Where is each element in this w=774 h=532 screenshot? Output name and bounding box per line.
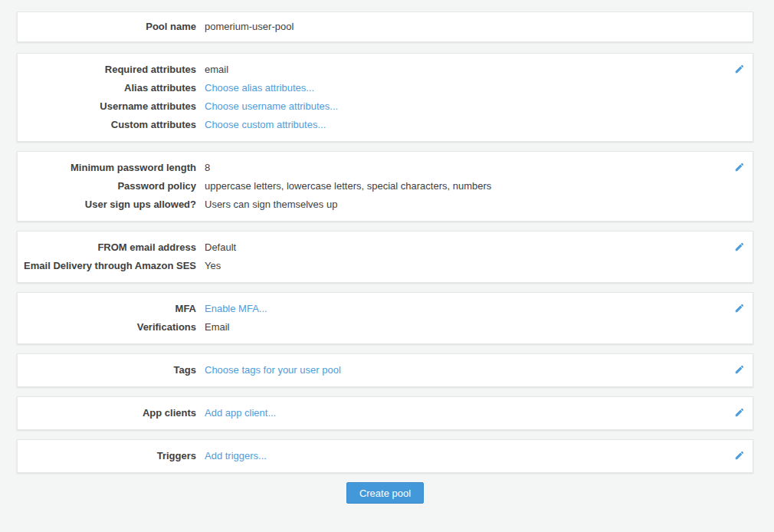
verifications-row: Verifications Email bbox=[18, 318, 753, 337]
password-policy-row: Password policy uppercase letters, lower… bbox=[18, 177, 753, 195]
email-card: FROM email address Default Email Deliver… bbox=[17, 231, 753, 283]
field-value: Email bbox=[205, 318, 230, 337]
field-label: Custom attributes bbox=[18, 116, 196, 134]
pencil-icon bbox=[734, 450, 745, 461]
user-sign-ups-row: User sign ups allowed? Users can sign th… bbox=[18, 195, 753, 214]
pool-name-row: Pool name pomerium-user-pool bbox=[18, 18, 753, 36]
field-label: Triggers bbox=[18, 447, 196, 465]
field-label: Alias attributes bbox=[18, 79, 196, 97]
edit-triggers-button[interactable] bbox=[730, 446, 749, 465]
tags-card: Tags Choose tags for your user pool bbox=[17, 353, 753, 387]
alias-attributes-row: Alias attributes Choose alias attributes… bbox=[18, 79, 753, 97]
email-delivery-ses-row: Email Delivery through Amazon SES Yes bbox=[18, 257, 753, 275]
field-value: pomerium-user-pool bbox=[205, 18, 294, 36]
triggers-card: Triggers Add triggers... bbox=[17, 439, 753, 473]
mfa-verifications-card: MFA Enable MFA... Verifications Email bbox=[17, 292, 753, 344]
required-attributes-row: Required attributes email bbox=[18, 61, 753, 79]
choose-alias-attributes-link[interactable]: Choose alias attributes... bbox=[205, 79, 314, 97]
field-label: Email Delivery through Amazon SES bbox=[18, 257, 196, 275]
app-clients-row: App clients Add app client... bbox=[18, 404, 753, 422]
pencil-icon bbox=[734, 64, 745, 74]
attributes-card: Required attributes email Alias attribut… bbox=[17, 53, 753, 142]
from-email-address-row: FROM email address Default bbox=[18, 238, 753, 257]
field-label: Username attributes bbox=[18, 97, 196, 116]
enable-mfa-link[interactable]: Enable MFA... bbox=[205, 300, 267, 318]
pencil-icon bbox=[734, 303, 745, 314]
custom-attributes-row: Custom attributes Choose custom attribut… bbox=[18, 116, 753, 134]
field-value: Users can sign themselves up bbox=[205, 195, 337, 214]
field-value: 8 bbox=[205, 159, 210, 177]
edit-password-policy-button[interactable] bbox=[730, 158, 749, 176]
add-triggers-link[interactable]: Add triggers... bbox=[205, 447, 267, 465]
username-attributes-row: Username attributes Choose username attr… bbox=[18, 97, 753, 116]
pencil-icon bbox=[734, 407, 745, 418]
field-label: Pool name bbox=[18, 18, 196, 36]
field-value: uppercase letters, lowercase letters, sp… bbox=[205, 177, 491, 195]
choose-username-attributes-link[interactable]: Choose username attributes... bbox=[205, 97, 338, 116]
field-label: Password policy bbox=[18, 177, 196, 195]
field-value: email bbox=[205, 61, 228, 79]
choose-custom-attributes-link[interactable]: Choose custom attributes... bbox=[205, 116, 326, 134]
actions-bar: Create pool bbox=[17, 482, 753, 504]
field-label: Verifications bbox=[18, 318, 196, 337]
field-label: MFA bbox=[18, 300, 196, 318]
add-app-client-link[interactable]: Add app client... bbox=[205, 404, 276, 422]
edit-email-button[interactable] bbox=[730, 238, 749, 256]
field-label: FROM email address bbox=[18, 238, 196, 257]
field-value: Default bbox=[205, 238, 236, 257]
field-label: User sign ups allowed? bbox=[18, 195, 196, 214]
edit-tags-button[interactable] bbox=[730, 360, 749, 379]
field-value: Yes bbox=[205, 257, 221, 275]
review-panel: Pool name pomerium-user-pool Required at… bbox=[0, 0, 774, 504]
app-clients-card: App clients Add app client... bbox=[17, 396, 753, 430]
pencil-icon bbox=[734, 162, 745, 172]
edit-app-clients-button[interactable] bbox=[730, 403, 749, 422]
triggers-row: Triggers Add triggers... bbox=[18, 447, 753, 465]
pencil-icon bbox=[734, 364, 745, 375]
edit-mfa-button[interactable] bbox=[730, 299, 749, 317]
tags-row: Tags Choose tags for your user pool bbox=[18, 361, 753, 379]
pool-name-card: Pool name pomerium-user-pool bbox=[17, 11, 753, 42]
create-pool-button[interactable]: Create pool bbox=[346, 482, 424, 504]
mfa-row: MFA Enable MFA... bbox=[18, 300, 753, 318]
minimum-password-length-row: Minimum password length 8 bbox=[18, 159, 753, 177]
edit-attributes-button[interactable] bbox=[730, 60, 749, 78]
field-label: App clients bbox=[18, 404, 196, 422]
field-label: Tags bbox=[18, 361, 196, 379]
pencil-icon bbox=[734, 241, 745, 252]
password-policy-card: Minimum password length 8 Password polic… bbox=[17, 151, 753, 222]
field-label: Required attributes bbox=[18, 61, 196, 79]
choose-tags-link[interactable]: Choose tags for your user pool bbox=[205, 361, 341, 379]
field-label: Minimum password length bbox=[18, 159, 196, 177]
